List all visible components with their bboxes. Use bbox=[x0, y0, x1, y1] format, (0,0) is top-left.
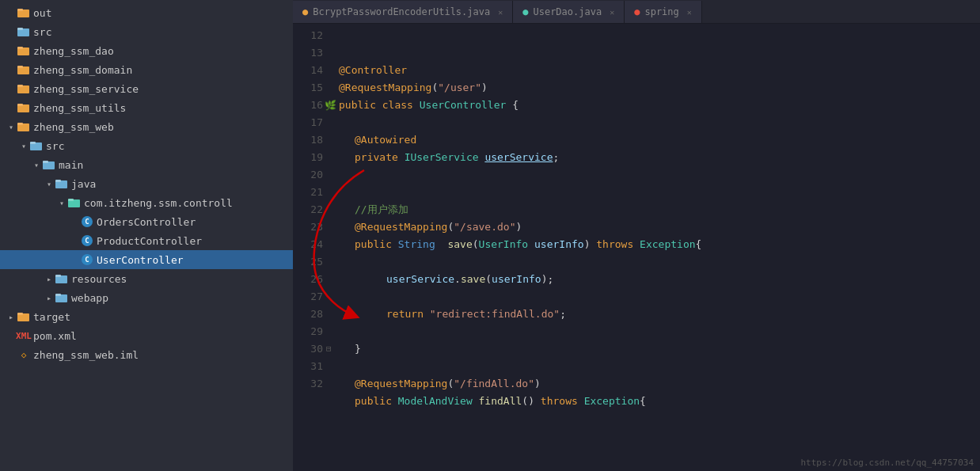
line-number: 31 bbox=[293, 358, 323, 375]
sidebar-item-zheng_ssm_utils[interactable]: zheng_ssm_utils bbox=[0, 98, 293, 117]
code-line bbox=[339, 184, 980, 201]
tab-close-userdao[interactable]: ✕ bbox=[610, 8, 614, 17]
line-number: 26 bbox=[293, 271, 323, 288]
file-label: java bbox=[71, 178, 96, 190]
sidebar-item-resources[interactable]: ▸resources bbox=[0, 269, 293, 288]
code-line: return "redirect:findAll.do"; bbox=[339, 306, 980, 323]
file-icon-java-c: C bbox=[81, 215, 93, 228]
svg-rect-23 bbox=[55, 275, 61, 277]
code-line: userService.save(userInfo); bbox=[339, 271, 980, 288]
code-line bbox=[339, 358, 980, 375]
sidebar-item-main[interactable]: ▾main bbox=[0, 155, 293, 174]
code-line bbox=[339, 253, 980, 271]
file-icon-folder-orange bbox=[17, 101, 30, 114]
file-icon-folder-orange bbox=[17, 44, 30, 57]
line-number: 29 bbox=[293, 323, 323, 340]
sidebar-item-zheng_ssm_domain[interactable]: zheng_ssm_domain bbox=[0, 60, 293, 79]
file-label: out bbox=[33, 7, 51, 19]
fold-icon[interactable]: ⊟ bbox=[326, 340, 332, 358]
line-number: 21 bbox=[293, 184, 323, 201]
sidebar-item-out[interactable]: out bbox=[0, 3, 293, 22]
file-icon-folder-blue bbox=[55, 272, 68, 285]
code-line: public ModelAndView findAll() throws Exc… bbox=[339, 393, 980, 410]
svg-rect-19 bbox=[55, 180, 61, 182]
file-label: src bbox=[33, 26, 51, 38]
sidebar-item-pom.xml[interactable]: XMLpom.xml bbox=[0, 326, 293, 345]
file-label: pom.xml bbox=[33, 330, 77, 342]
chevron-icon: ▾ bbox=[19, 141, 28, 150]
code-line bbox=[339, 288, 980, 306]
code-line: 🌿public class UserController { bbox=[339, 97, 980, 114]
chevron-icon: ▾ bbox=[32, 160, 41, 169]
sidebar-item-ProductController[interactable]: CProductController bbox=[0, 231, 293, 250]
chevron-icon: ▸ bbox=[6, 312, 16, 321]
sidebar-item-zheng_ssm_dao[interactable]: zheng_ssm_dao bbox=[0, 41, 293, 60]
file-label: ProductController bbox=[97, 235, 202, 247]
file-label: com.itzheng.ssm.controll bbox=[84, 197, 233, 209]
line-number: 27 bbox=[293, 288, 323, 306]
code-line bbox=[339, 323, 980, 340]
file-label: webapp bbox=[71, 292, 108, 304]
file-icon-folder-blue bbox=[43, 158, 55, 171]
tab-icon-bcrypt: ● bbox=[302, 6, 308, 17]
svg-rect-17 bbox=[43, 161, 48, 163]
line-number: 16 bbox=[293, 97, 323, 114]
code-content[interactable]: @Controller@RequestMapping("/user")🌿publ… bbox=[331, 24, 980, 471]
file-label: OrdersController bbox=[97, 216, 196, 228]
tab-close-bcrypt[interactable]: ✕ bbox=[498, 8, 503, 17]
tab-bcrypt[interactable]: ● BcryptPasswordEncoderUtils.java ✕ bbox=[293, 1, 513, 23]
line-number: 20 bbox=[293, 166, 323, 184]
svg-rect-9 bbox=[17, 85, 23, 87]
code-line: @RequestMapping("/save.do") bbox=[339, 218, 980, 236]
tab-spring[interactable]: ● spring ✕ bbox=[625, 1, 702, 23]
sidebar-item-zheng_ssm_service[interactable]: zheng_ssm_service bbox=[0, 79, 293, 98]
file-icon-iml: ◇ bbox=[17, 348, 30, 361]
file-label: zheng_ssm_service bbox=[33, 83, 139, 95]
line-number: 32 bbox=[293, 375, 323, 393]
line-number: 22 bbox=[293, 201, 323, 218]
code-line bbox=[339, 166, 980, 184]
svg-rect-13 bbox=[17, 123, 23, 125]
svg-rect-27 bbox=[17, 313, 23, 315]
line-number: 19 bbox=[293, 149, 323, 166]
tab-icon-userdao: ● bbox=[522, 6, 528, 17]
file-icon-folder-orange bbox=[17, 6, 30, 19]
sidebar-item-com.itzheng.ssm.controll[interactable]: ▾com.itzheng.ssm.controll bbox=[0, 193, 293, 212]
sidebar-item-UserController[interactable]: CUserController bbox=[0, 250, 293, 269]
svg-rect-5 bbox=[17, 47, 23, 49]
file-tree: outsrczheng_ssm_daozheng_ssm_domainzheng… bbox=[0, 0, 293, 471]
svg-rect-7 bbox=[17, 66, 23, 68]
file-icon-folder-blue bbox=[17, 25, 30, 38]
file-icon-folder-blue bbox=[55, 291, 68, 304]
sidebar-item-src-top[interactable]: src bbox=[0, 22, 293, 41]
code-area[interactable]: 1213141516171819202122232425262728293031… bbox=[293, 24, 980, 471]
sidebar-item-zheng_ssm_web.iml[interactable]: ◇zheng_ssm_web.iml bbox=[0, 345, 293, 364]
file-label: zheng_ssm_utils bbox=[33, 102, 126, 114]
sidebar-item-target[interactable]: ▸target bbox=[0, 307, 293, 326]
code-line: @Controller bbox=[339, 62, 980, 79]
code-line: @Autowired bbox=[339, 131, 980, 149]
line-number: 15 bbox=[293, 79, 323, 97]
tab-label-bcrypt: BcryptPasswordEncoderUtils.java bbox=[313, 6, 490, 17]
code-line: ⊟} bbox=[339, 340, 980, 358]
sidebar-item-OrdersController[interactable]: COrdersController bbox=[0, 212, 293, 231]
sidebar-item-webapp[interactable]: ▸webapp bbox=[0, 288, 293, 307]
chevron-icon: ▸ bbox=[44, 293, 54, 302]
tab-userdao[interactable]: ● UserDao.java ✕ bbox=[513, 1, 625, 23]
file-label: zheng_ssm_web.iml bbox=[33, 349, 139, 361]
svg-rect-3 bbox=[17, 28, 23, 30]
tab-close-spring[interactable]: ✕ bbox=[687, 8, 692, 17]
code-line: private IUserService userService; bbox=[339, 149, 980, 166]
file-label: src bbox=[46, 140, 64, 152]
line-number: 14 bbox=[293, 62, 323, 79]
sidebar-item-zheng_ssm_web[interactable]: ▾zheng_ssm_web bbox=[0, 117, 293, 136]
line-number: 30 bbox=[293, 340, 323, 358]
sidebar-item-src[interactable]: ▾src bbox=[0, 136, 293, 155]
tab-label-spring: spring bbox=[644, 6, 678, 17]
line-number: 18 bbox=[293, 131, 323, 149]
code-line: //用户添加 bbox=[339, 201, 980, 218]
sidebar-item-java[interactable]: ▾java bbox=[0, 174, 293, 193]
file-label: resources bbox=[71, 273, 127, 285]
file-icon-java-c: C bbox=[81, 234, 93, 247]
chevron-icon: ▾ bbox=[44, 179, 54, 188]
